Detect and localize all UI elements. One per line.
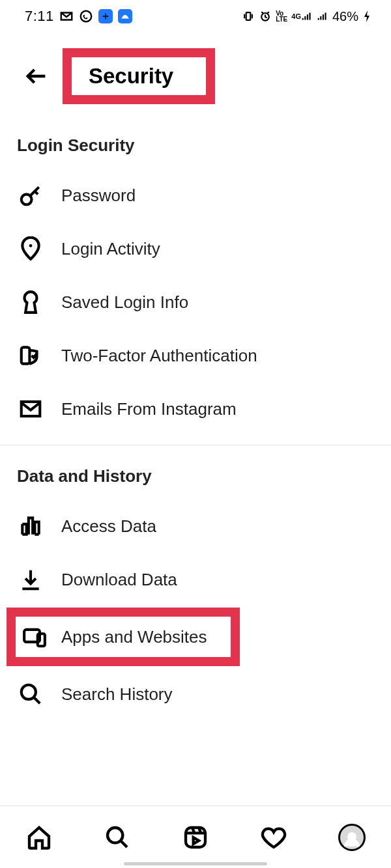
keyhole-icon	[17, 288, 44, 316]
row-label: Emails From Instagram	[61, 399, 237, 419]
shield-check-icon	[17, 342, 44, 369]
back-button[interactable]	[18, 58, 55, 94]
download-icon	[17, 566, 44, 593]
row-label: Password	[61, 186, 136, 206]
login-security-list: Password Login Activity Saved Login Info…	[0, 169, 391, 436]
section-data-history: Data and History	[0, 460, 391, 499]
apps-websites-highlight: Apps and Websites	[7, 608, 240, 666]
page-title: Security	[89, 64, 173, 89]
row-apps-websites[interactable]: Apps and Websites	[16, 617, 231, 657]
row-emails[interactable]: Emails From Instagram	[0, 382, 391, 436]
svg-point-10	[108, 828, 123, 843]
title-highlight: Security	[63, 48, 215, 104]
alarm-icon	[259, 10, 272, 23]
row-label: Search History	[61, 684, 173, 705]
avatar-icon	[338, 824, 366, 851]
nav-home[interactable]	[22, 820, 57, 855]
row-label: Login Activity	[61, 239, 160, 259]
app-icon-2	[118, 9, 132, 23]
row-saved-login[interactable]: Saved Login Info	[0, 275, 391, 329]
vibrate-icon	[242, 10, 255, 23]
location-pin-icon	[17, 235, 44, 262]
bar-chart-icon	[17, 512, 44, 540]
bottom-nav	[0, 805, 391, 868]
row-search-history[interactable]: Search History	[0, 667, 391, 721]
svg-point-0	[81, 11, 92, 22]
nav-reels[interactable]	[178, 820, 213, 855]
battery-text: 46%	[332, 9, 358, 24]
status-right: VoLTE 4G 46%	[242, 9, 371, 24]
mail-icon	[17, 395, 44, 423]
row-label: Apps and Websites	[61, 627, 207, 647]
signal-4g-icon: 4G	[291, 11, 313, 21]
row-download-data[interactable]: Download Data	[0, 553, 391, 606]
row-label: Download Data	[61, 570, 177, 590]
nav-search[interactable]	[100, 820, 135, 855]
section-login-security: Login Security	[0, 129, 391, 169]
volte-icon: VoLTE	[276, 10, 287, 22]
row-access-data[interactable]: Access Data	[0, 499, 391, 553]
signal-icon	[317, 11, 328, 21]
status-time: 7:11	[25, 8, 54, 25]
devices-icon	[21, 623, 48, 651]
gesture-bar	[124, 862, 267, 865]
nav-profile[interactable]	[334, 820, 369, 855]
row-label: Access Data	[61, 516, 156, 537]
svg-point-4	[29, 244, 33, 247]
row-password[interactable]: Password	[0, 169, 391, 222]
charging-icon	[362, 10, 371, 23]
data-history-list: Access Data Download Data Apps and Websi…	[0, 499, 391, 721]
row-label: Saved Login Info	[61, 292, 188, 313]
status-bar: 7:11 VoLTE 4G 46%	[0, 0, 391, 31]
header: Security	[0, 31, 391, 129]
svg-point-9	[22, 685, 36, 699]
search-icon	[17, 680, 44, 708]
row-two-factor[interactable]: Two-Factor Authentication	[0, 329, 391, 382]
row-label: Two-Factor Authentication	[61, 346, 257, 366]
divider	[0, 445, 391, 445]
key-icon	[17, 182, 44, 209]
app-icon-1	[98, 9, 113, 23]
svg-rect-5	[22, 347, 30, 363]
whatsapp-icon	[79, 9, 93, 23]
svg-rect-1	[246, 12, 251, 20]
status-left: 7:11	[25, 8, 132, 25]
svg-rect-8	[38, 634, 45, 646]
row-login-activity[interactable]: Login Activity	[0, 222, 391, 275]
nav-activity[interactable]	[256, 820, 291, 855]
gmail-icon	[59, 9, 74, 23]
